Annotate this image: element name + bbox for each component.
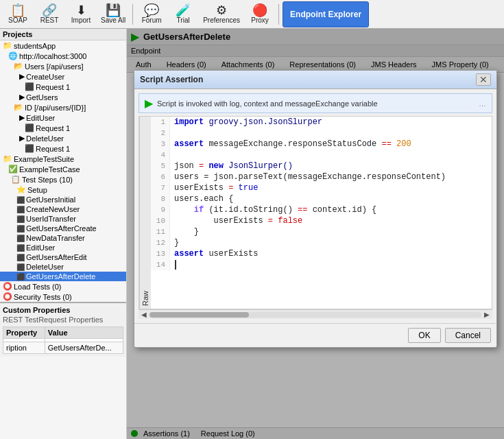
sidebar-item-test-steps[interactable]: 📋Test Steps (10) <box>0 174 126 185</box>
preferences-icon: ⚙ <box>216 4 227 16</box>
trial-button[interactable]: 🧪 Trial <box>168 1 198 27</box>
sidebar-item-request-1b[interactable]: ⬛Request 1 <box>0 123 126 133</box>
code-editor[interactable]: 1import groovy.json.JsonSlurper23assert … <box>151 117 492 309</box>
tree-icon-delete-user: ⬛ <box>16 263 25 271</box>
modal-scrollbar-h[interactable]: ◀ ▶ <box>139 309 492 319</box>
preferences-button[interactable]: ⚙ Preferences <box>200 1 243 27</box>
sidebar-item-id-api[interactable]: 📂ID [/api/users/{ID}] <box>0 102 126 112</box>
tree-label-setup: Setup <box>27 186 47 194</box>
tree-icon-users-api: 📂 <box>14 62 23 71</box>
line-content-14[interactable] <box>170 259 176 270</box>
sidebar-item-request-1c[interactable]: ⬛Request 1 <box>0 143 126 154</box>
line-content-10[interactable]: userExists = false <box>170 215 302 226</box>
line-number-2: 2 <box>151 128 170 139</box>
line-content-4[interactable] <box>170 150 174 161</box>
tree-label-edit-user: EditUser <box>26 244 55 252</box>
soap-button[interactable]: 📋 SOAP <box>3 1 33 27</box>
toolbar: 📋 SOAP 🔗 REST ⬇ Import 💾 Save All 💬 Foru… <box>0 0 504 29</box>
sidebar-item-get-users-after-create[interactable]: ⬛GetUsersAfterCreate <box>0 224 126 233</box>
code-line-1: 1import groovy.json.JsonSlurper <box>151 117 492 128</box>
ok-button[interactable]: OK <box>408 328 440 343</box>
code-line-4: 4 <box>151 150 492 161</box>
tree-icon-load-tests: ⭕ <box>3 282 12 291</box>
modal-close-button[interactable]: ✕ <box>476 73 491 86</box>
sidebar-item-edit-user[interactable]: ⬛EditUser <box>0 243 126 252</box>
code-line-2: 2 <box>151 128 492 139</box>
line-number-6: 6 <box>151 171 170 182</box>
line-content-11[interactable]: } <box>170 226 199 237</box>
sidebar-item-get-users-after-edit[interactable]: ⬛GetUsersAfterEdit <box>0 252 126 262</box>
line-content-12[interactable]: } <box>170 237 179 248</box>
line-content-1[interactable]: import groovy.json.JsonSlurper <box>170 117 322 128</box>
modal-play-icon[interactable]: ▶ <box>145 97 153 110</box>
modal-overlay: Script Assertion ✕ ▶ Script is invoked w… <box>127 29 504 439</box>
tree-label-user-id-transfer: UserIdTransfer <box>26 215 76 223</box>
sidebar-item-delete-user-req[interactable]: ▶DeleteUser <box>0 133 126 143</box>
save-all-button[interactable]: 💾 Save All <box>97 1 129 27</box>
code-line-13: 13assert userExists <box>151 248 492 259</box>
endpoint-explorer-button[interactable]: Endpoint Explorer <box>283 1 369 27</box>
tree-icon-request-1c: ⬛ <box>25 144 34 153</box>
import-button[interactable]: ⬇ Import <box>66 1 96 27</box>
line-content-3[interactable]: assert messageExchange.responseStatusCod… <box>170 139 411 150</box>
proxy-label: Proxy <box>251 16 269 24</box>
sidebar-item-get-users[interactable]: ▶GetUsers <box>0 92 126 102</box>
val-col-header: Value <box>45 327 123 339</box>
custom-props-subtitle: REST TestRequest Properties <box>3 316 123 324</box>
code-line-14: 14 <box>151 259 492 270</box>
line-content-5[interactable]: json = new JsonSlurper() <box>170 161 293 171</box>
sidebar-item-students-app[interactable]: 📁studentsApp <box>0 40 126 51</box>
sidebar-item-example-test-case[interactable]: ✅ExampleTestCase <box>0 164 126 174</box>
tree-label-delete-user: DeleteUser <box>26 263 64 271</box>
modal-info-bar: ▶ Script is invoked with log, context an… <box>139 93 492 113</box>
sidebar-item-load-tests[interactable]: ⭕Load Tests (0) <box>0 281 126 292</box>
rest-button[interactable]: 🔗 REST <box>34 1 64 27</box>
line-content-2[interactable] <box>170 128 174 139</box>
tree-icon-new-data-transfer: ⬛ <box>16 235 25 242</box>
tree-icon-security-tests: ⭕ <box>3 292 12 301</box>
soap-label: SOAP <box>8 16 27 24</box>
tree-label-id-api: ID [/api/users/{ID}] <box>25 104 86 112</box>
sidebar-item-get-users-initial[interactable]: ⬛GetUsersInitial <box>0 195 126 204</box>
sidebar-item-new-data-transfer[interactable]: ⬛NewDataTransfer <box>0 233 126 243</box>
proxy-button[interactable]: 🔴 Proxy <box>245 1 275 27</box>
sidebar-item-edit-user-req[interactable]: ▶EditUser <box>0 112 126 123</box>
sidebar-item-users-api[interactable]: 📂Users [/api/users] <box>0 61 126 71</box>
tree-label-localhost: http://localhost:3000 <box>19 52 86 60</box>
projects-header: Projects <box>0 29 126 40</box>
tree-icon-create-new-user: ⬛ <box>16 206 25 213</box>
tree-label-users-api: Users [/api/users] <box>25 62 84 71</box>
modal-footer: OK Cancel <box>134 323 496 347</box>
sidebar-item-user-id-transfer[interactable]: ⬛UserIdTransfer <box>0 214 126 224</box>
cancel-button[interactable]: Cancel <box>445 328 491 343</box>
tree-icon-edit-user-req: ▶ <box>19 113 25 122</box>
sidebar-item-delete-user[interactable]: ⬛DeleteUser <box>0 262 126 272</box>
line-content-8[interactable]: users.each { <box>170 193 233 204</box>
tree-icon-create-user: ▶ <box>19 72 25 81</box>
sidebar-item-security-tests[interactable]: ⭕Security Tests (0) <box>0 292 126 302</box>
sidebar-item-request-1a[interactable]: ⬛Request 1 <box>0 82 126 92</box>
line-content-7[interactable]: userExists = true <box>170 182 258 193</box>
sidebar-item-create-user[interactable]: ▶CreateUser <box>0 71 126 82</box>
scroll-right-arrow[interactable]: ▶ <box>484 311 490 318</box>
scroll-left-arrow[interactable]: ◀ <box>141 311 147 318</box>
tree-icon-get-users-after-create: ⬛ <box>16 225 25 233</box>
forum-button[interactable]: 💬 Forum <box>136 1 167 27</box>
sidebar-item-example-test-suite[interactable]: 📁ExampleTestSuite <box>0 154 126 164</box>
code-editor-container: Raw 1import groovy.json.JsonSlurper23ass… <box>139 116 492 309</box>
line-content-13[interactable]: assert userExists <box>170 248 258 259</box>
line-content-9[interactable]: if (it.id.toString() == context.id) { <box>170 204 376 215</box>
line-number-9: 9 <box>151 204 170 215</box>
tree-label-get-users-after-edit: GetUsersAfterEdit <box>26 253 87 261</box>
tree-icon-id-api: 📂 <box>14 103 23 112</box>
tree-label-new-data-transfer: NewDataTransfer <box>26 234 85 242</box>
sidebar-item-setup[interactable]: ⭐Setup <box>0 185 126 195</box>
sidebar-item-localhost[interactable]: 🌐http://localhost:3000 <box>0 51 126 61</box>
sidebar-item-create-new-user[interactable]: ⬛CreateNewUser <box>0 204 126 214</box>
scroll-track <box>149 312 481 318</box>
import-label: Import <box>71 16 91 24</box>
sidebar-item-get-users-after-delete[interactable]: ⬛GetUsersAfterDelete <box>0 272 126 281</box>
line-content-6[interactable]: users = json.parseText(messageExchange.r… <box>170 171 446 182</box>
forum-label: Forum <box>142 16 162 24</box>
line-number-4: 4 <box>151 150 170 161</box>
